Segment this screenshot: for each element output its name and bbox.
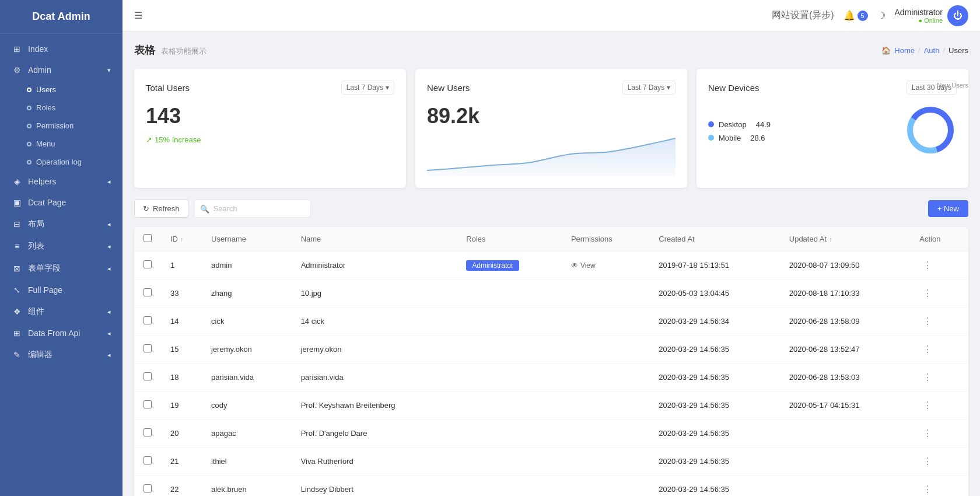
home-icon: 🏠 bbox=[881, 46, 891, 55]
th-username[interactable]: Username bbox=[202, 227, 292, 252]
table-row: 18 parisian.vida parisian.vida 2020-03-2… bbox=[134, 364, 968, 392]
sidebar-item-operation-log[interactable]: Operation log bbox=[0, 153, 123, 171]
row-action-button[interactable]: ⋮ bbox=[919, 427, 936, 440]
th-updated-at-label: Updated At bbox=[789, 235, 827, 243]
row-checkbox[interactable] bbox=[144, 260, 152, 268]
component-icon: ❖ bbox=[12, 307, 22, 316]
topbar: ☰ 网站设置(异步) 🔔 5 ☽ Administrator ● Online … bbox=[123, 0, 980, 32]
new-users-period-label: Last 7 Days bbox=[628, 83, 664, 92]
row-updated-at: 2020-05-17 04:15:31 bbox=[780, 392, 910, 420]
sidebar-item-full-page[interactable]: ⤡ Full Page bbox=[0, 280, 123, 301]
sidebar-item-dcat-page[interactable]: ▣ Dcat Page bbox=[0, 192, 123, 213]
row-updated-at: 2020-06-28 13:53:03 bbox=[780, 364, 910, 392]
id-sort-icon: ↑ bbox=[180, 236, 184, 243]
total-users-period-select[interactable]: Last 7 Days ▾ bbox=[341, 81, 394, 95]
row-action: ⋮ bbox=[910, 308, 968, 336]
row-action-button[interactable]: ⋮ bbox=[919, 483, 936, 496]
row-action-button[interactable]: ⋮ bbox=[919, 371, 936, 384]
row-checkbox[interactable] bbox=[144, 456, 152, 464]
th-name[interactable]: Name bbox=[292, 227, 457, 252]
row-checkbox[interactable] bbox=[144, 428, 152, 436]
th-permissions[interactable]: Permissions bbox=[562, 227, 649, 252]
power-icon: ⏻ bbox=[953, 11, 963, 21]
stats-row: Total Users Last 7 Days ▾ 143 ↗ 15% Incr… bbox=[134, 69, 968, 188]
row-checkbox[interactable] bbox=[144, 316, 152, 324]
row-created-at: 2019-07-18 15:13:51 bbox=[649, 252, 779, 280]
layout-arrow: ◂ bbox=[107, 221, 111, 228]
th-updated-at[interactable]: Updated At ↑ bbox=[780, 227, 910, 252]
row-role bbox=[457, 336, 562, 364]
sidebar-item-permission[interactable]: Permission bbox=[0, 117, 123, 135]
row-action-button[interactable]: ⋮ bbox=[919, 287, 936, 300]
breadcrumb-home[interactable]: Home bbox=[894, 46, 915, 55]
new-button[interactable]: + New bbox=[928, 200, 968, 217]
users-table: ID ↑ Username Name Roles Permissions Cre… bbox=[134, 227, 968, 496]
legend-desktop: Desktop 44.9 bbox=[708, 120, 771, 129]
admin-arrow: ▾ bbox=[107, 67, 111, 74]
permission-view: 👁View bbox=[571, 261, 640, 270]
row-created-at: 2020-03-29 14:56:35 bbox=[649, 336, 779, 364]
sidebar-item-helpers[interactable]: ◈ Helpers ◂ bbox=[0, 171, 123, 192]
sidebar-item-data-from-api-label: Data From Api bbox=[28, 329, 80, 338]
row-action-button[interactable]: ⋮ bbox=[919, 259, 936, 272]
settings-button[interactable]: 网站设置(异步) bbox=[772, 9, 834, 22]
row-checkbox[interactable] bbox=[144, 484, 152, 492]
row-username: jeremy.okon bbox=[202, 336, 292, 364]
row-permission bbox=[562, 308, 649, 336]
eye-icon: 👁 bbox=[571, 261, 578, 270]
row-action: ⋮ bbox=[910, 420, 968, 448]
total-users-change: ↗ 15% Increase bbox=[146, 135, 394, 144]
theme-toggle-button[interactable]: ☽ bbox=[877, 10, 886, 21]
sidebar-item-admin-label: Admin bbox=[28, 65, 51, 75]
sidebar-item-menu[interactable]: Menu bbox=[0, 135, 123, 153]
row-name: 10.jpg bbox=[292, 280, 457, 308]
sidebar-item-data-from-api[interactable]: ⊞ Data From Api ◂ bbox=[0, 323, 123, 344]
th-id[interactable]: ID ↑ bbox=[161, 227, 202, 252]
row-updated-at: 2020-06-28 13:52:47 bbox=[780, 336, 910, 364]
table-body: 1 admin Administrator Administrator 👁Vie… bbox=[134, 252, 968, 497]
row-id: 20 bbox=[161, 420, 202, 448]
row-checkbox[interactable] bbox=[144, 344, 152, 352]
row-action-button[interactable]: ⋮ bbox=[919, 399, 936, 412]
sidebar-item-users-label: Users bbox=[36, 85, 56, 94]
sidebar-item-layout-label: 布局 bbox=[28, 219, 44, 229]
row-name: Prof. D'angelo Dare bbox=[292, 420, 457, 448]
row-role bbox=[457, 476, 562, 497]
sidebar-item-editor[interactable]: ✎ 编辑器 ◂ bbox=[0, 344, 123, 366]
refresh-icon: ↻ bbox=[143, 204, 149, 213]
sidebar-item-form-field[interactable]: ⊠ 表单字段 ◂ bbox=[0, 257, 123, 280]
select-all-checkbox[interactable] bbox=[144, 234, 152, 242]
refresh-button[interactable]: ↻ Refresh bbox=[134, 200, 188, 218]
user-name: Administrator bbox=[895, 8, 943, 17]
sidebar-item-roles[interactable]: Roles bbox=[0, 99, 123, 117]
sidebar-item-layout[interactable]: ⊟ 布局 ◂ bbox=[0, 213, 123, 235]
row-checkbox[interactable] bbox=[144, 288, 152, 296]
row-checkbox[interactable] bbox=[144, 372, 152, 380]
search-icon: 🔍 bbox=[200, 204, 209, 213]
row-name: Prof. Keyshawn Breitenberg bbox=[292, 392, 457, 420]
row-action-button[interactable]: ⋮ bbox=[919, 455, 936, 468]
row-updated-at: 2020-06-28 13:58:09 bbox=[780, 308, 910, 336]
sidebar-item-admin[interactable]: ⚙ Admin ▾ bbox=[0, 60, 123, 81]
row-checkbox[interactable] bbox=[144, 400, 152, 408]
th-roles[interactable]: Roles bbox=[457, 227, 562, 252]
sidebar-item-helpers-label: Helpers bbox=[28, 177, 56, 186]
new-users-period-select[interactable]: Last 7 Days ▾ bbox=[622, 81, 676, 95]
notification-button[interactable]: 🔔 5 bbox=[844, 10, 868, 21]
th-created-at[interactable]: Created At bbox=[649, 227, 779, 252]
sidebar-item-index[interactable]: ⊞ Index bbox=[0, 39, 123, 60]
avatar[interactable]: ⏻ bbox=[947, 5, 968, 26]
row-checkbox-cell bbox=[134, 420, 161, 448]
sidebar-item-users[interactable]: Users bbox=[0, 81, 123, 99]
row-action-button[interactable]: ⋮ bbox=[919, 315, 936, 328]
row-updated-at bbox=[780, 420, 910, 448]
menu-toggle-button[interactable]: ☰ bbox=[134, 10, 142, 21]
row-created-at: 2020-05-03 13:04:45 bbox=[649, 280, 779, 308]
sidebar-item-list[interactable]: ≡ 列表 ◂ bbox=[0, 235, 123, 257]
sidebar-item-component[interactable]: ❖ 组件 ◂ bbox=[0, 301, 123, 323]
row-action-button[interactable]: ⋮ bbox=[919, 343, 936, 356]
breadcrumb-auth[interactable]: Auth bbox=[924, 46, 940, 55]
page-title-area: 表格 表格功能展示 bbox=[134, 43, 206, 57]
main-area: ☰ 网站设置(异步) 🔔 5 ☽ Administrator ● Online … bbox=[123, 0, 980, 496]
search-input[interactable] bbox=[194, 200, 311, 218]
